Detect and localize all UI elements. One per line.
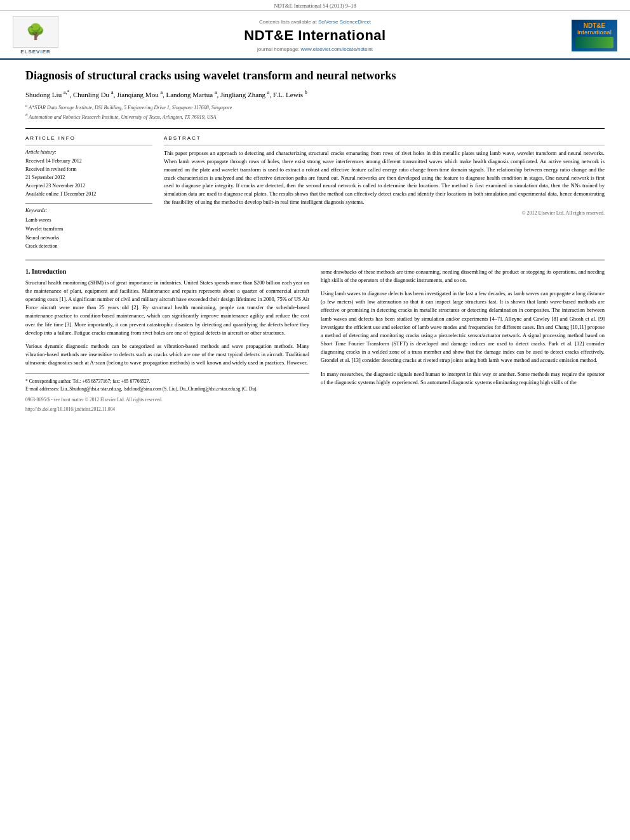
body-col-left: 1. Introduction Structural health monito…: [25, 268, 309, 413]
affiliations: a A*STAR Data Storage Institute, DSI Bui…: [25, 102, 605, 121]
article-info-col: ARTICLE INFO Article history: Received 1…: [25, 135, 152, 250]
body-para-5: In many researches, the diagnostic signa…: [321, 370, 605, 387]
revised-label: Received in revised form: [25, 166, 152, 174]
footnote-star-text: * Corresponding author. Tel.: +65 687371…: [25, 378, 150, 384]
keyword-3: Neural networks: [25, 234, 152, 243]
footnote-email: E-mail addresses: Liu_Shudong@dsi.a-star…: [25, 385, 309, 393]
body-col-right: some drawbacks of these methods are time…: [321, 268, 605, 413]
contents-available-line: Contents lists available at SciVerse Sci…: [71, 19, 559, 25]
keyword-2: Wavelet transform: [25, 225, 152, 234]
sciverse-link[interactable]: SciVerse ScienceDirect: [318, 19, 371, 25]
body-para-1: Structural health monitoring (SHM) is of…: [25, 279, 309, 337]
footnote-email-text: E-mail addresses: Liu_Shudong@dsi.a-star…: [25, 386, 257, 392]
accepted-date: Accepted 23 November 2012: [25, 182, 152, 190]
journal-homepage: journal homepage: www.elsevier.com/locat…: [71, 46, 559, 52]
footer-doi: http://dx.doi.org/10.1016/j.ndteint.2012…: [25, 406, 309, 412]
keywords-label: Keywords:: [25, 208, 152, 213]
footnote-section: * Corresponding author. Tel.: +65 687371…: [25, 373, 309, 393]
elsevier-tree-icon: 🌳: [26, 23, 45, 41]
intro-heading: 1. Introduction: [25, 268, 309, 275]
article-history-block: Article history: Received 14 February 20…: [25, 145, 152, 198]
history-label: Article history:: [25, 149, 152, 155]
footnote-star: * Corresponding author. Tel.: +65 687371…: [25, 378, 309, 385]
keyword-4: Crack detection: [25, 242, 152, 251]
abstract-col: ABSTRACT This paper proposes an approach…: [164, 135, 605, 250]
journal-citation: NDT&E International 54 (2013) 9–18: [0, 0, 630, 11]
body-para-4: Using lamb waves to diagnose defects has…: [321, 290, 605, 365]
elsevier-label: ELSEVIER: [20, 49, 51, 55]
elsevier-logo: 🌳 ELSEVIER: [13, 16, 58, 55]
available-date: Available online 1 December 2012: [25, 190, 152, 199]
journal-header: 🌳 ELSEVIER Contents lists available at S…: [0, 11, 630, 60]
copyright-line: © 2012 Elsevier Ltd. All rights reserved…: [164, 210, 605, 216]
contents-label: Contents lists available at: [259, 19, 317, 25]
article-info-heading: ARTICLE INFO: [25, 135, 152, 141]
abstract-text: This paper proposes an approach to detec…: [164, 145, 605, 206]
article-title: Diagnosis of structural cracks using wav…: [25, 69, 605, 83]
footer-issn: 0963-8695/$ - see front matter © 2012 El…: [25, 397, 309, 403]
homepage-label: journal homepage:: [257, 46, 299, 52]
authors-line: Shudong Liu a,*, Chunling Du a, Jianqian…: [25, 90, 605, 98]
main-body: 1. Introduction Structural health monito…: [25, 260, 605, 413]
affil-b: Automation and Robotics Research Institu…: [29, 114, 216, 119]
elsevier-logo-box: 🌳: [13, 16, 58, 48]
homepage-link[interactable]: www.elsevier.com/locate/ndteint: [301, 46, 373, 52]
received-date: Received 14 February 2012: [25, 157, 152, 166]
badge-amp: International: [577, 29, 612, 36]
revised-date: 21 September 2012: [25, 174, 152, 182]
keyword-1: Lamb waves: [25, 216, 152, 225]
abstract-heading: ABSTRACT: [164, 135, 605, 141]
article-info-abstract: ARTICLE INFO Article history: Received 1…: [25, 128, 605, 250]
ndteint-badge: NDT&E International: [572, 20, 617, 51]
body-para-3: some drawbacks of these methods are time…: [321, 268, 605, 284]
badge-title: NDT&E: [584, 22, 605, 29]
citation-text: NDT&E International 54 (2013) 9–18: [274, 3, 356, 9]
body-para-2: Various dynamic diagnostic methods can b…: [25, 342, 309, 368]
journal-title: NDT&E International: [71, 27, 559, 44]
keywords-block: Keywords: Lamb waves Wavelet transform N…: [25, 203, 152, 250]
affil-a: A*STAR Data Storage Institute, DSI Build…: [29, 105, 232, 110]
journal-info-center: Contents lists available at SciVerse Sci…: [58, 19, 572, 52]
article-body: Diagnosis of structural cracks using wav…: [0, 60, 630, 425]
